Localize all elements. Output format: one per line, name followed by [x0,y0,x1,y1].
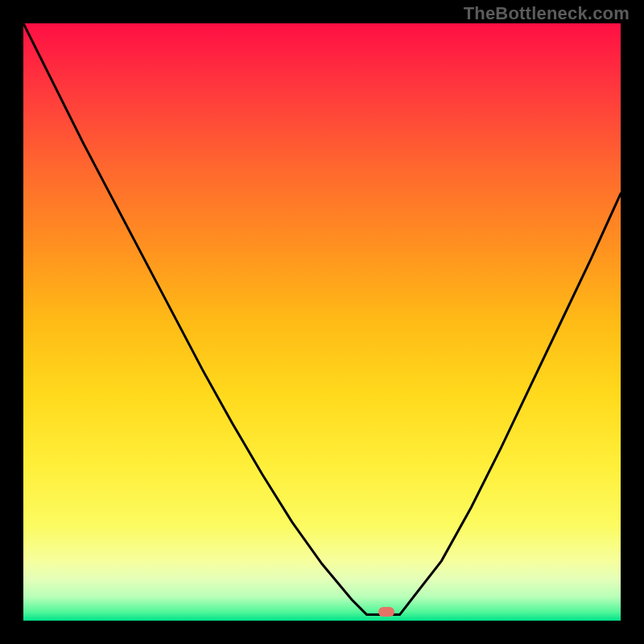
bottleneck-curve [23,23,621,621]
curve-path [23,23,621,615]
plot-area [23,23,621,621]
watermark-text: TheBottleneck.com [464,3,630,24]
chart-frame: TheBottleneck.com [0,0,644,644]
optimal-marker [378,607,394,617]
